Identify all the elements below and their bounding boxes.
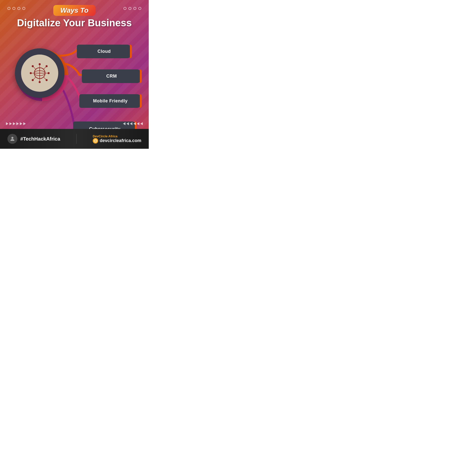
arrows-decoration-bottom-right — [123, 122, 143, 125]
arrow-r6 — [23, 122, 26, 125]
arrow-r2 — [9, 122, 12, 125]
arrow-l1 — [123, 122, 125, 125]
arrows-decoration-bottom-left — [6, 122, 26, 125]
brand-name: DevCircle Africa — [93, 134, 118, 138]
ways-to-text: Ways To — [60, 6, 89, 14]
footer-right: DevCircle Africa devcircleafrica.com — [93, 134, 141, 144]
arrow-l3 — [130, 122, 132, 125]
arrow-r1 — [6, 122, 8, 125]
cloud-box: Cloud — [77, 45, 131, 58]
mobile-box: Mobile Friendly — [79, 94, 141, 108]
devcircle-info: DevCircle Africa devcircleafrica.com — [93, 134, 141, 144]
footer-globe-icon — [93, 138, 98, 144]
crm-label: CRM — [106, 74, 117, 79]
arrow-r4 — [16, 122, 19, 125]
ways-to-badge: Ways To — [53, 5, 95, 16]
hashtag-text: #TechHackAfrica — [20, 136, 60, 142]
footer-left: #TechHackAfrica — [7, 134, 60, 144]
avatar-icon — [7, 134, 17, 144]
website-text: devcircleafrica.com — [100, 138, 141, 143]
arrow-l4 — [133, 122, 136, 125]
mobile-label: Mobile Friendly — [93, 98, 128, 104]
arrow-l2 — [126, 122, 129, 125]
arrow-r5 — [20, 122, 22, 125]
cloud-label: Cloud — [97, 49, 111, 54]
footer: #TechHackAfrica DevCircle Africa devcirc… — [0, 129, 149, 149]
arrow-l5 — [137, 122, 139, 125]
svg-point-20 — [11, 137, 13, 139]
arrow-l6 — [140, 122, 143, 125]
main-title: Digitalize Your Business — [0, 17, 149, 28]
arrow-r3 — [13, 122, 15, 125]
crm-box: CRM — [82, 69, 141, 83]
website-row: devcircleafrica.com — [93, 138, 141, 144]
header: Ways To Digitalize Your Business — [0, 5, 149, 28]
footer-divider — [76, 134, 77, 144]
main-background: Ways To Digitalize Your Business — [0, 0, 149, 149]
